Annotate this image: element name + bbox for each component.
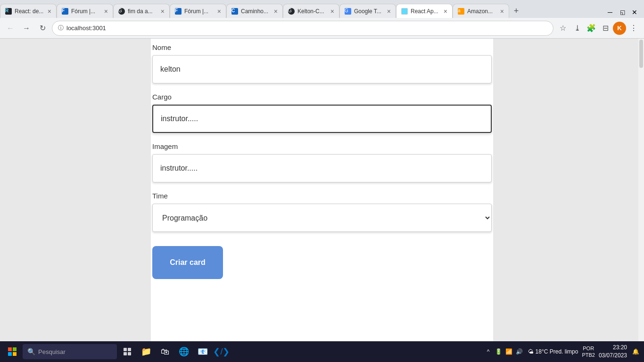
restore-button[interactable]: ◱ bbox=[617, 7, 628, 18]
clock[interactable]: 23:20 03/07/2023 bbox=[599, 344, 627, 360]
page-content[interactable]: Nome Cargo Imagem Time Program bbox=[151, 39, 493, 341]
svg-rect-4 bbox=[124, 348, 127, 351]
imagem-input[interactable] bbox=[152, 154, 492, 182]
tab-close-caminho[interactable]: × bbox=[274, 8, 278, 15]
form-container: Nome Cargo Imagem Time Program bbox=[152, 39, 492, 341]
tab-close-forum2[interactable]: × bbox=[217, 8, 221, 15]
lock-icon: ⓘ bbox=[58, 24, 64, 32]
weather-widget[interactable]: 🌤 18°C Pred. limpo bbox=[528, 348, 578, 355]
tab-amazon[interactable]: a Amazon... × bbox=[453, 4, 509, 18]
tab-label-forum1: Fórum |... bbox=[71, 8, 101, 15]
minimize-button[interactable]: ─ bbox=[604, 7, 616, 18]
tab-close-amazon[interactable]: × bbox=[500, 8, 504, 15]
clock-date: 03/07/2023 bbox=[599, 352, 627, 360]
refresh-button[interactable]: ↻ bbox=[36, 22, 49, 35]
content-area: Nome Cargo Imagem Time Program bbox=[0, 39, 644, 341]
tab-favicon-amazon: a bbox=[458, 8, 464, 15]
svg-rect-1 bbox=[13, 347, 17, 351]
tab-kelton[interactable]: G Kelton-C... × bbox=[283, 4, 339, 18]
tab-label-react: React: de... bbox=[15, 8, 45, 15]
taskbar-icons: 📁 🛍 🌐 📧 ❮/❯ bbox=[119, 343, 230, 360]
extension-icon[interactable]: 🧩 bbox=[585, 22, 598, 35]
cargo-input[interactable] bbox=[152, 105, 492, 133]
tab-favicon-forum1: F bbox=[62, 8, 68, 15]
close-button[interactable]: ✕ bbox=[629, 7, 640, 18]
tab-react[interactable]: R React: de... × bbox=[0, 4, 57, 18]
menu-icon[interactable]: ⋮ bbox=[627, 22, 640, 35]
time-group: Time Programação Design Marketing bbox=[152, 192, 492, 232]
notification-icon[interactable]: 🔔 bbox=[631, 347, 640, 356]
network-icon[interactable]: 📶 bbox=[504, 347, 514, 356]
tab-bar: R React: de... × F Fórum |... × G fim da… bbox=[0, 0, 644, 18]
weather-icon: 🌤 bbox=[528, 348, 534, 355]
tab-favicon-forum2: F bbox=[175, 8, 182, 15]
tab-close-google[interactable]: × bbox=[387, 8, 391, 15]
tab-google[interactable]: G Google T... × bbox=[339, 4, 396, 18]
cargo-label: Cargo bbox=[152, 93, 492, 101]
taskview-icon[interactable] bbox=[119, 343, 136, 360]
tray-up-icon[interactable]: ^ bbox=[484, 347, 493, 356]
tab-forum2[interactable]: F Fórum |... × bbox=[170, 4, 226, 18]
nav-actions: ☆ ⤓ 🧩 ⊟ K ⋮ bbox=[556, 22, 640, 35]
imagem-group: Imagem bbox=[152, 142, 492, 182]
tab-forum1[interactable]: F Fórum |... × bbox=[57, 4, 113, 18]
user-avatar[interactable]: K bbox=[613, 22, 626, 35]
scrollbar[interactable] bbox=[638, 39, 644, 341]
tab-label-amazon: Amazon... bbox=[467, 8, 497, 15]
svg-rect-0 bbox=[8, 347, 12, 351]
language-indicator: POR PTB2 bbox=[582, 345, 595, 359]
weather-temp: 18°C Pred. limpo bbox=[536, 348, 578, 355]
tab-favicon-kelton: G bbox=[288, 8, 295, 15]
tab-favicon-react: R bbox=[5, 8, 12, 15]
scrollbar-thumb[interactable] bbox=[639, 40, 643, 68]
chrome-icon[interactable]: 🌐 bbox=[175, 343, 192, 360]
time-select[interactable]: Programação Design Marketing bbox=[152, 204, 492, 232]
cargo-group: Cargo bbox=[152, 93, 492, 133]
system-tray: ^ 🔋 📶 🔊 bbox=[484, 347, 524, 356]
svg-rect-5 bbox=[128, 348, 131, 351]
start-button[interactable] bbox=[4, 343, 21, 360]
vscode-icon[interactable]: ❮/❯ bbox=[213, 343, 230, 360]
nome-input[interactable] bbox=[152, 55, 492, 83]
keyboard-layout: PTB2 bbox=[582, 352, 595, 358]
tab-label-react-app: React Ap... bbox=[411, 8, 441, 15]
volume-icon[interactable]: 🔊 bbox=[515, 347, 524, 356]
svg-rect-6 bbox=[124, 352, 127, 355]
bookmark-icon[interactable]: ☆ bbox=[556, 22, 570, 35]
tab-close-kelton[interactable]: × bbox=[330, 8, 334, 15]
address-bar[interactable]: ⓘ localhost:3001 bbox=[52, 21, 553, 36]
taskbar-right: ^ 🔋 📶 🔊 🌤 18°C Pred. limpo POR PTB2 23:2… bbox=[484, 344, 640, 360]
taskbar: 🔍 Pesquisar 📁 🛍 🌐 bbox=[0, 341, 644, 362]
svg-rect-3 bbox=[13, 352, 17, 356]
new-tab-button[interactable]: + bbox=[509, 4, 523, 18]
back-button[interactable]: ← bbox=[4, 22, 17, 35]
tab-label-github1: fim da a... bbox=[128, 8, 158, 15]
file-explorer-icon[interactable]: 📁 bbox=[138, 343, 155, 360]
tab-label-caminho: Caminho... bbox=[241, 8, 271, 15]
tab-close-github1[interactable]: × bbox=[161, 8, 165, 15]
forward-button[interactable]: → bbox=[20, 22, 33, 35]
tab-close-react[interactable]: × bbox=[48, 8, 51, 15]
sidebar-icon[interactable]: ⊟ bbox=[599, 22, 612, 35]
tab-close-forum1[interactable]: × bbox=[104, 8, 108, 15]
clock-time: 23:20 bbox=[599, 344, 627, 352]
battery-icon[interactable]: 🔋 bbox=[494, 347, 504, 356]
email-icon[interactable]: 📧 bbox=[194, 343, 211, 360]
download-icon[interactable]: ⤓ bbox=[570, 22, 584, 35]
tab-label-google: Google T... bbox=[354, 8, 384, 15]
tab-github1[interactable]: G fim da a... × bbox=[113, 4, 170, 18]
taskbar-search[interactable]: 🔍 Pesquisar bbox=[23, 344, 117, 359]
tab-caminho[interactable]: C Caminho... × bbox=[226, 4, 283, 18]
store-icon[interactable]: 🛍 bbox=[157, 343, 173, 360]
svg-rect-7 bbox=[128, 352, 131, 355]
left-margin bbox=[0, 39, 151, 341]
tab-react-app[interactable]: React Ap... × bbox=[396, 4, 453, 18]
nome-label: Nome bbox=[152, 43, 492, 51]
imagem-label: Imagem bbox=[152, 142, 492, 150]
tab-close-react-app[interactable]: × bbox=[444, 8, 447, 15]
tab-favicon-react-app bbox=[401, 8, 408, 15]
criar-card-button[interactable]: Criar card bbox=[152, 246, 223, 279]
time-label: Time bbox=[152, 192, 492, 200]
nome-group: Nome bbox=[152, 43, 492, 83]
search-icon: 🔍 bbox=[27, 348, 35, 355]
